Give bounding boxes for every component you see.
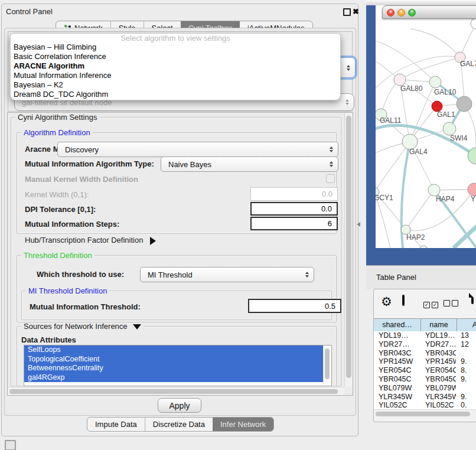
network-edge[interactable]: [400, 57, 460, 80]
which-threshold-label: Which threshold to use:: [37, 270, 124, 279]
traffic-zoom-icon[interactable]: [408, 9, 416, 17]
bottom-tab-discretize-data[interactable]: Discretize Data: [145, 418, 213, 431]
mi-algorithm-type-label: Mutual Information Algorithm Type:: [25, 159, 154, 168]
manual-kernel-checkbox[interactable]: [326, 174, 335, 183]
aracne-mode-combo[interactable]: Discovery: [57, 142, 338, 157]
traffic-minimize-icon[interactable]: [397, 9, 405, 17]
node-label-gal7: GAL7: [460, 60, 476, 68]
attribute-item-gal4rgexp[interactable]: gal4RGexp: [24, 373, 323, 383]
network-edge[interactable]: [376, 41, 435, 82]
sources-toggle[interactable]: Sources for Network Inference: [21, 322, 144, 330]
mi-threshold-group-title: MI Threshold Definition: [26, 287, 109, 295]
data-attributes-list[interactable]: SelfLoopsTopologicalCoefficientBetweenne…: [24, 345, 332, 386]
algorithm-popup-list: Bayesian – Hill ClimbingBasic Correlatio…: [11, 43, 340, 99]
combo-spinner-icon: [347, 65, 350, 71]
splitter-arrow-icon[interactable]: [357, 222, 360, 227]
network-graph: GAL7GAL80GAL10GAL1GAL11GAL4SWI4GCY1HAP4Y…: [376, 5, 476, 248]
table-toolbar: ⚙ ✓✓: [374, 289, 476, 318]
column-pane-icon[interactable]: [402, 295, 405, 306]
algorithm-popup-placeholder: Select algorithm to view settings: [11, 34, 340, 43]
attribute-item-betweennesscentrality[interactable]: BetweennessCentrality: [24, 364, 323, 373]
data-attributes-items: SelfLoopsTopologicalCoefficientBetweenne…: [24, 345, 323, 382]
manual-kernel-label: Manual Kernel Width Definition: [25, 175, 138, 184]
table-panel-title: Table Panel: [376, 273, 476, 282]
column-header-a[interactable]: A: [457, 319, 476, 332]
node-label-y: Y: [471, 195, 475, 203]
combo-spinner-icon: [345, 99, 349, 105]
table-header-row[interactable]: shared…nameA: [374, 318, 476, 332]
node-label-hap2: HAP2: [406, 233, 425, 242]
network-edge[interactable]: [406, 190, 434, 230]
table-panel: ⚙ ✓✓ shared…nameA YDL19…YDL19…13YDR27…YD…: [373, 289, 476, 422]
mi-algorithm-type-combo[interactable]: Naive Bayes: [161, 156, 338, 172]
close-icon[interactable]: ✖: [353, 8, 359, 15]
algorithm-option-basic-correlation-inference[interactable]: Basic Correlation Inference: [11, 52, 340, 61]
kernel-width-label: Kernel Width (0,1):: [25, 190, 89, 199]
algorithm-option-bayesian-k2[interactable]: Bayesian – K2: [11, 80, 340, 90]
algorithm-definition-title: Algorithm Definition: [21, 129, 93, 136]
aracne-mode-value: Discovery: [65, 142, 99, 156]
table-row[interactable]: YBR043CYBR043C: [374, 349, 476, 358]
table-row[interactable]: YBL079WYBL079W: [374, 384, 476, 393]
deselect-all-checkboxes-icon[interactable]: [444, 299, 458, 308]
mi-steps-field[interactable]: 6: [250, 217, 338, 230]
float-window-icon[interactable]: [343, 8, 351, 16]
application-root: Control Panel ✖ NetworkStyleSelectCyni T…: [0, 0, 476, 450]
traffic-close-icon[interactable]: [387, 9, 395, 17]
node-hap4[interactable]: [428, 184, 440, 196]
combo-spinner-icon: [330, 146, 333, 152]
node-pink[interactable]: [468, 183, 476, 196]
node-gal1[interactable]: [443, 122, 456, 135]
table-row[interactable]: YPR145WYPR145W9.: [374, 357, 476, 366]
cyni-algorithm-settings-title: Cyni Algorithm Settings: [15, 113, 99, 121]
algorithm-option-mutual-information-inference[interactable]: Mutual Information Inference: [11, 71, 340, 80]
table-horizontal-scrollbar[interactable]: [374, 409, 476, 418]
table-row[interactable]: YDR27…YDR27…12: [374, 340, 476, 349]
node-top-white[interactable]: [471, 18, 476, 29]
table-row[interactable]: YLR345WYLR345W9.: [374, 393, 476, 402]
combo-spinner-icon: [330, 161, 333, 167]
table-row[interactable]: YBR045CYBR045C9.: [374, 375, 476, 384]
mi-threshold-field[interactable]: 0.5: [248, 299, 341, 313]
dpi-tolerance-field[interactable]: 0.0: [250, 202, 338, 216]
node-label-gal80: GAL80: [400, 84, 423, 93]
bottom-tab-infer-network[interactable]: Infer Network: [213, 418, 273, 431]
settings-horizontal-scrollbar[interactable]: [8, 387, 344, 395]
algorithm-option-bayesian-hill-climbing[interactable]: Bayesian – Hill Climbing: [11, 43, 340, 52]
table-row[interactable]: YER054CYER054C8.: [374, 366, 476, 375]
list-scrollbar[interactable]: [323, 345, 331, 384]
apply-button[interactable]: Apply: [158, 398, 201, 413]
column-header-shared-[interactable]: shared…: [374, 319, 421, 332]
network-window-titlebar[interactable]: [382, 5, 476, 19]
table-body[interactable]: YDL19…YDL19…13YDR27…YDR27…12YBR043CYBR04…: [374, 331, 476, 409]
node-gal80[interactable]: [394, 74, 406, 86]
select-all-checkboxes-icon[interactable]: ✓✓: [423, 299, 438, 308]
hub-definition-toggle[interactable]: Hub/Transcription Factor Definition: [25, 236, 156, 245]
kernel-width-field[interactable]: 0.0: [250, 187, 338, 201]
data-attributes-label: Data Attributes: [21, 335, 76, 344]
dock-panel-icon[interactable]: [5, 440, 16, 450]
node-gray[interactable]: [457, 96, 472, 112]
attribute-item-topologicalcoefficient[interactable]: TopologicalCoefficient: [24, 355, 323, 364]
node-label-gal11: GAL11: [380, 116, 402, 125]
settings-vertical-scrollbar[interactable]: [344, 113, 353, 387]
document-icon[interactable]: [471, 293, 474, 304]
algorithm-option-dream8-dc-tdc-algorithm[interactable]: Dream8 DC_TDC Algorithm: [11, 90, 340, 99]
which-threshold-combo[interactable]: MI Threshold: [140, 267, 314, 282]
gear-icon[interactable]: ⚙: [381, 295, 392, 309]
chevron-down-icon: [133, 324, 141, 330]
network-edge[interactable]: [411, 29, 460, 57]
node-label-gal10: GAL10: [434, 88, 457, 96]
bottom-tab-impute-data[interactable]: Impute Data: [87, 418, 145, 431]
mi-threshold-label: Mutual Information Threshold:: [30, 302, 141, 311]
table-row[interactable]: YIL052CYIL052C0.: [374, 401, 476, 409]
node-gal10[interactable]: [429, 76, 441, 88]
algorithm-option-aracne-algorithm[interactable]: ARACNE Algorithm: [11, 61, 340, 71]
node-label-swi4: SWI4: [450, 134, 468, 142]
control-panel-title: Control Panel: [6, 7, 53, 16]
node-label-hap4: HAP4: [436, 195, 455, 203]
attribute-item-selfloops[interactable]: SelfLoops: [24, 345, 323, 355]
column-header-name[interactable]: name: [421, 319, 457, 332]
table-row[interactable]: YDL19…YDL19…13: [374, 331, 476, 340]
network-canvas[interactable]: GAL7GAL80GAL10GAL1GAL11GAL4SWI4GCY1HAP4Y…: [376, 5, 476, 248]
